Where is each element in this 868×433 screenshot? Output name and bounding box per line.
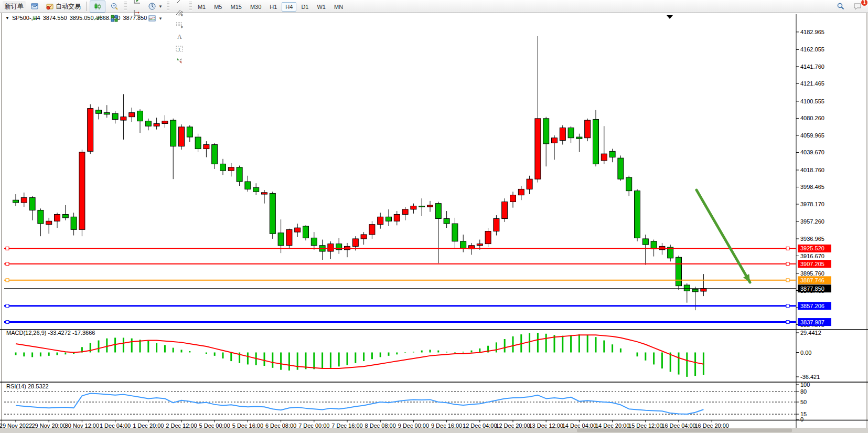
arrows-button[interactable]	[172, 55, 187, 67]
pivot-orange-handle[interactable]	[786, 279, 789, 282]
time-tick-label: 5 Dec 16:00	[232, 423, 263, 429]
timeframe-h1-button[interactable]: H1	[266, 2, 281, 12]
zoom-out-button[interactable]	[106, 1, 122, 13]
trendline-button[interactable]	[172, 0, 187, 6]
text-button[interactable]: A	[172, 30, 187, 43]
candle-body	[137, 111, 143, 121]
candle-body	[79, 152, 85, 229]
dropdown-caret-icon: ▼	[158, 4, 163, 9]
support-2-handle[interactable]	[6, 321, 9, 324]
toolbar-grip	[189, 2, 192, 11]
timeframe-m15-button[interactable]: M15	[227, 2, 245, 12]
time-tick-label: 15 Dec 12:00	[628, 423, 662, 429]
rsi-tick-label: 0	[800, 416, 803, 423]
tile-windows-icon	[110, 14, 119, 23]
line-chart-button[interactable]	[90, 13, 105, 25]
candle-body	[38, 210, 44, 224]
candle-body	[692, 289, 698, 292]
candle-body	[29, 197, 35, 210]
candle-body	[237, 167, 242, 182]
resistance-2-handle[interactable]	[6, 262, 9, 266]
rsi-value: 28.5322	[28, 383, 49, 389]
toolbar-separator	[86, 2, 87, 11]
new-order-button[interactable]: 新订单	[3, 1, 26, 12]
candle-body	[435, 204, 441, 219]
market-watch-button[interactable]	[27, 1, 42, 13]
price-tick-label: 4121.465	[800, 80, 824, 87]
pivot-orange-handle[interactable]	[6, 279, 9, 282]
rsi-tick-label: 100	[800, 382, 810, 388]
fibonacci-button[interactable]: F	[172, 18, 187, 30]
timeframe-d1-button[interactable]: D1	[297, 2, 312, 12]
candle-body	[369, 225, 375, 235]
time-tick-label: 16 Dec 20:00	[694, 423, 728, 429]
time-tick-label: 14 Dec 20:00	[595, 423, 629, 429]
trendline-icon	[175, 0, 184, 5]
auto-scroll-button[interactable]	[129, 6, 145, 18]
candle-body	[179, 127, 185, 146]
chart-background[interactable]	[0, 13, 868, 428]
macd-tick-label: 29.4412	[800, 330, 821, 336]
price-tick-label: 4100.555	[800, 98, 824, 104]
price-tick-label: 4039.670	[800, 149, 824, 155]
candle-body	[527, 179, 532, 189]
candle-body	[618, 158, 624, 179]
candle-body	[518, 189, 524, 195]
auto-scroll-icon	[133, 8, 141, 17]
candle-body	[170, 120, 176, 146]
candle-body	[651, 241, 657, 249]
candle-body	[402, 209, 408, 215]
support-1-handle[interactable]	[6, 304, 9, 308]
timeframe-mn-button[interactable]: MN	[330, 2, 347, 12]
candle-body	[560, 128, 565, 140]
periods-button[interactable]: ▼	[146, 1, 165, 13]
channel-button[interactable]: E	[172, 6, 187, 18]
chart-shift-button[interactable]	[129, 0, 145, 6]
candlestick-button[interactable]	[90, 1, 105, 13]
text-label-button[interactable]: T	[172, 43, 187, 55]
message-button[interactable]: 1	[850, 1, 865, 13]
candle-body	[121, 117, 126, 120]
signal-button[interactable]	[27, 13, 42, 25]
svg-text:F: F	[181, 26, 183, 29]
support-1-handle[interactable]	[786, 304, 789, 308]
chart-canvas[interactable]: 4182.9654162.0554141.7604121.4654100.555…	[0, 13, 868, 433]
time-tick-label: 13 Dec 12:00	[529, 423, 563, 429]
templates-button[interactable]: ▼	[146, 13, 165, 25]
timeframe-m30-button[interactable]: M30	[247, 2, 265, 12]
svg-text:T: T	[178, 46, 181, 51]
candle-body	[394, 214, 400, 221]
candle-body	[477, 244, 483, 246]
rsi-tick-label: 50	[800, 399, 807, 405]
resistance-1-handle[interactable]	[786, 247, 789, 250]
auto-trading-button[interactable]: 自动交易	[44, 1, 83, 13]
support-2-handle[interactable]	[786, 321, 789, 324]
time-tick-label: 7 Dec 16:00	[331, 423, 362, 429]
timeframe-w1-button[interactable]: W1	[313, 2, 329, 12]
price-tick-label: 3998.465	[800, 184, 824, 190]
candle-body	[552, 138, 558, 143]
price-tick-label: 4141.760	[800, 64, 824, 70]
time-tick-label: 9 Dec 00:00	[398, 423, 429, 429]
candle-body	[187, 127, 192, 137]
candle-body	[576, 137, 582, 139]
timeframe-h4-button[interactable]: H4	[282, 2, 296, 12]
toolbar-grip	[124, 2, 127, 11]
resistance-1-handle[interactable]	[6, 247, 9, 250]
candle-body	[303, 226, 309, 238]
candle-body	[568, 128, 574, 138]
candle-body	[228, 167, 234, 171]
candle-body	[145, 121, 151, 126]
candle-body	[609, 151, 615, 157]
timeframe-m5-button[interactable]: M5	[210, 2, 226, 12]
search-button[interactable]	[833, 1, 849, 13]
macd-label: MACD(12,26,9) -33.4272 -17.3666	[6, 330, 95, 336]
tile-windows-button[interactable]	[106, 13, 122, 25]
time-tick-label: 29 Nov 2022	[0, 423, 32, 429]
candle-body	[328, 244, 334, 251]
timeframe-m1-button[interactable]: M1	[194, 2, 209, 12]
price-tick-label: 3916.670	[800, 253, 824, 259]
collapse-triangle-icon[interactable]: ▼	[5, 16, 9, 20]
resistance-2-handle[interactable]	[786, 262, 789, 266]
scrollbar-thumb[interactable]	[577, 429, 792, 432]
